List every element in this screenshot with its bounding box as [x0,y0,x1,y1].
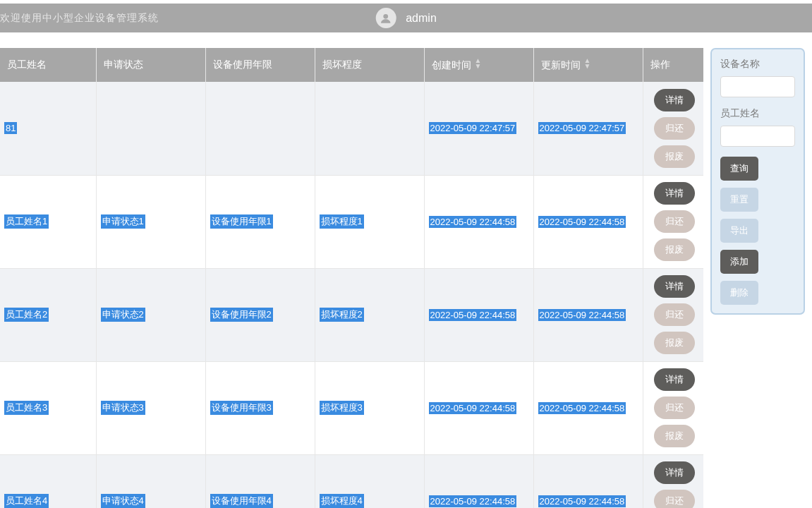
delete-button[interactable]: 删除 [720,281,758,305]
cell-create_time: 2022-05-09 22:47:57 [424,82,533,175]
filter-device-input[interactable] [720,76,795,97]
cell-update_time: 2022-05-09 22:44:58 [533,175,643,268]
cell-create_time: 2022-05-09 22:44:58 [424,361,533,454]
cell-value: 2022-05-09 22:44:58 [429,495,517,507]
table-row[interactable]: 员工姓名1申请状态1设备使用年限1损坏程度12022-05-09 22:44:5… [0,175,703,268]
cell-usage_year: 设备使用年限1 [205,175,315,268]
cell-value: 员工姓名1 [4,214,49,229]
cell-value: 损坏程度3 [320,401,364,415]
col-create-time[interactable]: 创建时间▲▼ [424,48,533,82]
cell-value: 员工姓名3 [4,401,49,415]
cell-employee: 员工姓名3 [0,361,96,454]
add-button[interactable]: 添加 [720,250,758,274]
reset-button[interactable]: 重置 [720,188,758,212]
scrap-button[interactable]: 报废 [654,332,695,354]
cell-usage_year: 设备使用年限2 [205,268,315,361]
cell-value: 2022-05-09 22:44:58 [429,402,517,414]
cell-apply_status: 申请状态4 [96,454,205,508]
table-row[interactable]: 员工姓名2申请状态2设备使用年限2损坏程度22022-05-09 22:44:5… [0,268,703,361]
data-table: 员工姓名 申请状态 设备使用年限 损坏程度 创建时间▲▼ 更新时间▲▼ 操作 8… [0,48,703,508]
col-apply-status[interactable]: 申请状态 [96,48,205,82]
return-button[interactable]: 归还 [654,303,695,326]
return-button[interactable]: 归还 [654,210,695,233]
cell-update_time: 2022-05-09 22:44:58 [533,454,643,508]
cell-value: 申请状态2 [101,308,145,322]
cell-value: 申请状态4 [101,494,145,508]
table-row[interactable]: 812022-05-09 22:47:572022-05-09 22:47:57… [0,82,703,175]
app-header: 欢迎使用中小型企业设备管理系统 admin [0,4,812,32]
col-usage-year[interactable]: 设备使用年限 [205,48,315,82]
cell-damage: 损坏程度3 [315,361,424,454]
sort-icon[interactable]: ▲▼ [584,58,591,69]
filter-employee-label: 员工姓名 [720,107,795,120]
cell-value: 2022-05-09 22:44:58 [538,495,626,507]
cell-apply_status: 申请状态2 [96,268,205,361]
detail-button[interactable]: 详情 [654,275,695,298]
cell-value: 2022-05-09 22:44:58 [538,216,626,228]
query-button[interactable]: 查询 [720,157,758,181]
cell-value: 设备使用年限2 [210,308,273,322]
cell-ops: 详情归还报废 [643,175,703,268]
cell-value: 2022-05-09 22:44:58 [429,216,517,228]
table-header-row: 员工姓名 申请状态 设备使用年限 损坏程度 创建时间▲▼ 更新时间▲▼ 操作 [0,48,703,82]
filter-device-label: 设备名称 [720,58,795,71]
cell-update_time: 2022-05-09 22:44:58 [533,361,643,454]
cell-value: 2022-05-09 22:47:57 [429,122,517,134]
cell-apply_status: 申请状态1 [96,175,205,268]
col-employee[interactable]: 员工姓名 [0,48,96,82]
cell-damage: 损坏程度1 [315,175,424,268]
cell-value: 申请状态3 [101,401,145,415]
table-row[interactable]: 员工姓名4申请状态4设备使用年限4损坏程度42022-05-09 22:44:5… [0,454,703,508]
avatar-icon [375,8,396,28]
cell-damage: 损坏程度2 [315,268,424,361]
cell-value: 2022-05-09 22:44:58 [538,402,626,414]
cell-value: 设备使用年限3 [210,401,273,415]
username: admin [406,12,437,25]
cell-employee: 员工姓名4 [0,454,96,508]
col-ops: 操作 [643,48,703,82]
cell-employee: 员工姓名2 [0,268,96,361]
detail-button[interactable]: 详情 [654,89,695,111]
cell-damage: 损坏程度4 [315,454,424,508]
cell-value: 员工姓名4 [4,494,49,508]
cell-usage_year: 设备使用年限4 [205,454,315,508]
cell-apply_status: 申请状态3 [96,361,205,454]
cell-value: 损坏程度4 [320,494,364,508]
col-damage[interactable]: 损坏程度 [315,48,424,82]
cell-value: 设备使用年限4 [210,494,273,508]
cell-value: 申请状态1 [101,214,145,229]
cell-value: 2022-05-09 22:44:58 [538,309,626,321]
cell-value: 员工姓名2 [4,308,49,322]
filter-employee-input[interactable] [720,126,795,147]
detail-button[interactable]: 详情 [654,461,695,484]
scrap-button[interactable]: 报废 [654,425,695,447]
return-button[interactable]: 归还 [654,117,695,140]
cell-employee: 员工姓名1 [0,175,96,268]
col-update-time[interactable]: 更新时间▲▼ [533,48,643,82]
sort-icon[interactable]: ▲▼ [475,58,482,69]
filter-panel: 设备名称 员工姓名 查询 重置 导出 添加 删除 [703,48,812,508]
cell-ops: 详情归还报废 [643,268,703,361]
cell-ops: 详情归还报废 [643,82,703,175]
cell-damage [315,82,424,175]
cell-create_time: 2022-05-09 22:44:58 [424,175,533,268]
return-button[interactable]: 归还 [654,397,695,419]
header-user[interactable]: admin [375,8,437,28]
detail-button[interactable]: 详情 [654,368,695,391]
cell-value: 81 [4,122,17,134]
export-button[interactable]: 导出 [720,219,758,243]
svg-point-0 [383,14,388,19]
cell-value: 设备使用年限1 [210,214,273,229]
scrap-button[interactable]: 报废 [654,238,695,261]
table-row[interactable]: 员工姓名3申请状态3设备使用年限3损坏程度32022-05-09 22:44:5… [0,361,703,454]
cell-apply_status [96,82,205,175]
scrap-button[interactable]: 报废 [654,145,695,168]
cell-update_time: 2022-05-09 22:44:58 [533,268,643,361]
detail-button[interactable]: 详情 [654,182,695,205]
return-button[interactable]: 归还 [654,490,695,508]
cell-update_time: 2022-05-09 22:47:57 [533,82,643,175]
cell-create_time: 2022-05-09 22:44:58 [424,454,533,508]
cell-value: 2022-05-09 22:47:57 [538,122,626,134]
cell-employee: 81 [0,82,96,175]
cell-value: 损坏程度2 [320,308,364,322]
